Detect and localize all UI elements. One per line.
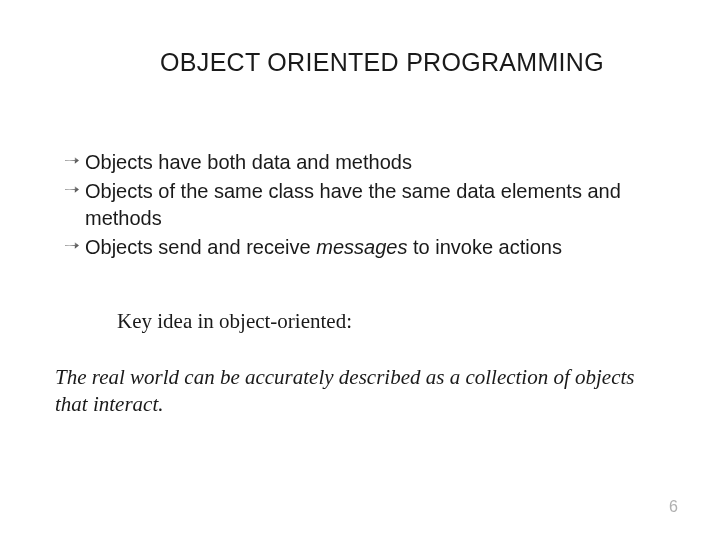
bullet-text-3b: to invoke actions xyxy=(407,236,562,258)
bullet-text-1: Objects have both data and methods xyxy=(85,151,412,173)
key-idea-heading: Key idea in object-oriented: xyxy=(55,309,665,334)
arrow-bullet-icon xyxy=(65,240,79,251)
bullet-text-3a: Objects send and receive xyxy=(85,236,316,258)
slide-container: OBJECT ORIENTED PROGRAMMING Objects have… xyxy=(0,0,720,540)
slide-title: OBJECT ORIENTED PROGRAMMING xyxy=(55,48,665,77)
arrow-bullet-icon xyxy=(65,184,79,195)
bullet-item-2: Objects of the same class have the same … xyxy=(65,178,665,232)
description-text: The real world can be accurately describ… xyxy=(55,364,665,419)
bullet-text-2: Objects of the same class have the same … xyxy=(85,180,621,229)
bullet-text-3-italic: messages xyxy=(316,236,407,258)
bullet-list: Objects have both data and methods Objec… xyxy=(55,149,665,261)
bullet-item-1: Objects have both data and methods xyxy=(65,149,665,176)
page-number: 6 xyxy=(669,498,678,516)
bullet-item-3: Objects send and receive messages to inv… xyxy=(65,234,665,261)
arrow-bullet-icon xyxy=(65,155,79,166)
